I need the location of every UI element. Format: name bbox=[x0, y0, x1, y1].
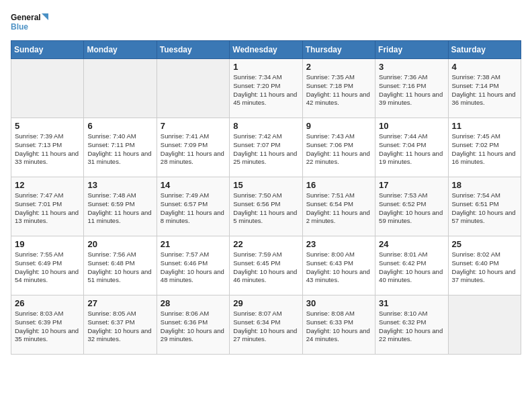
cell-daylight: Daylight: 11 hours and 19 minutes. bbox=[379, 150, 444, 167]
cell-daylight: Daylight: 10 hours and 51 minutes. bbox=[87, 268, 152, 285]
calendar-cell: 16Sunrise: 7:51 AMSunset: 6:54 PMDayligh… bbox=[302, 177, 375, 236]
cell-sunrise: Sunrise: 7:51 AM bbox=[306, 191, 371, 200]
cell-sunset: Sunset: 6:40 PM bbox=[452, 259, 517, 268]
calendar-cell: 9Sunrise: 7:43 AMSunset: 7:06 PMDaylight… bbox=[302, 118, 375, 177]
cell-sunset: Sunset: 6:56 PM bbox=[233, 200, 298, 209]
cell-daylight: Daylight: 10 hours and 54 minutes. bbox=[15, 268, 80, 285]
cell-sunset: Sunset: 6:46 PM bbox=[161, 259, 226, 268]
day-number: 18 bbox=[452, 180, 517, 190]
cell-daylight: Daylight: 10 hours and 48 minutes. bbox=[161, 268, 226, 285]
col-header-friday: Friday bbox=[375, 41, 448, 59]
day-number: 29 bbox=[233, 298, 298, 308]
page-header: General Blue bbox=[11, 11, 521, 35]
cell-sunset: Sunset: 7:14 PM bbox=[452, 82, 517, 91]
cell-daylight: Daylight: 10 hours and 43 minutes. bbox=[306, 268, 371, 285]
col-header-thursday: Thursday bbox=[302, 41, 375, 59]
cell-sunset: Sunset: 7:01 PM bbox=[15, 200, 80, 209]
svg-text:General: General bbox=[11, 13, 41, 22]
cell-daylight: Daylight: 11 hours and 2 minutes. bbox=[306, 209, 371, 226]
calendar-cell: 12Sunrise: 7:47 AMSunset: 7:01 PMDayligh… bbox=[11, 177, 84, 236]
col-header-tuesday: Tuesday bbox=[157, 41, 229, 59]
cell-sunset: Sunset: 6:37 PM bbox=[87, 318, 152, 327]
day-number: 22 bbox=[233, 239, 298, 249]
calendar-cell: 23Sunrise: 8:00 AMSunset: 6:43 PMDayligh… bbox=[302, 236, 375, 295]
cell-sunset: Sunset: 6:45 PM bbox=[233, 259, 298, 268]
cell-daylight: Daylight: 10 hours and 57 minutes. bbox=[452, 209, 517, 226]
day-number: 16 bbox=[306, 180, 371, 190]
cell-sunrise: Sunrise: 8:10 AM bbox=[379, 310, 444, 318]
day-number: 15 bbox=[233, 180, 298, 190]
cell-daylight: Daylight: 10 hours and 27 minutes. bbox=[233, 327, 298, 345]
day-number: 13 bbox=[87, 180, 152, 190]
calendar-cell: 17Sunrise: 7:53 AMSunset: 6:52 PMDayligh… bbox=[375, 177, 448, 236]
calendar-cell: 24Sunrise: 8:01 AMSunset: 6:42 PMDayligh… bbox=[375, 236, 448, 295]
day-number: 14 bbox=[161, 180, 226, 190]
cell-sunrise: Sunrise: 8:05 AM bbox=[87, 310, 152, 318]
calendar-cell: 22Sunrise: 7:59 AMSunset: 6:45 PMDayligh… bbox=[230, 236, 302, 295]
cell-daylight: Daylight: 10 hours and 59 minutes. bbox=[379, 209, 444, 226]
cell-sunrise: Sunrise: 8:06 AM bbox=[161, 310, 226, 318]
svg-text:Blue: Blue bbox=[11, 22, 28, 32]
cell-sunset: Sunset: 6:39 PM bbox=[15, 318, 80, 327]
cell-sunrise: Sunrise: 7:44 AM bbox=[379, 132, 444, 141]
cell-daylight: Daylight: 11 hours and 22 minutes. bbox=[306, 150, 371, 167]
calendar-cell: 25Sunrise: 8:02 AMSunset: 6:40 PMDayligh… bbox=[448, 236, 521, 295]
cell-sunrise: Sunrise: 7:57 AM bbox=[161, 250, 226, 259]
cell-sunrise: Sunrise: 7:36 AM bbox=[379, 73, 444, 82]
cell-sunrise: Sunrise: 7:42 AM bbox=[233, 132, 298, 141]
calendar-cell: 19Sunrise: 7:55 AMSunset: 6:49 PMDayligh… bbox=[11, 236, 84, 295]
calendar-cell: 2Sunrise: 7:35 AMSunset: 7:18 PMDaylight… bbox=[302, 59, 375, 118]
cell-daylight: Daylight: 10 hours and 24 minutes. bbox=[306, 327, 371, 345]
day-number: 19 bbox=[15, 239, 80, 249]
cell-sunrise: Sunrise: 7:54 AM bbox=[452, 191, 517, 200]
calendar-cell: 27Sunrise: 8:05 AMSunset: 6:37 PMDayligh… bbox=[84, 295, 157, 355]
week-row-3: 19Sunrise: 7:55 AMSunset: 6:49 PMDayligh… bbox=[11, 236, 521, 295]
day-number: 8 bbox=[233, 121, 298, 131]
cell-sunrise: Sunrise: 7:59 AM bbox=[233, 250, 298, 259]
cell-sunrise: Sunrise: 7:35 AM bbox=[306, 73, 371, 82]
svg-marker-2 bbox=[42, 13, 48, 20]
cell-daylight: Daylight: 11 hours and 39 minutes. bbox=[379, 91, 444, 108]
cell-sunrise: Sunrise: 7:49 AM bbox=[161, 191, 226, 200]
cell-sunrise: Sunrise: 7:38 AM bbox=[452, 73, 517, 82]
cell-sunrise: Sunrise: 8:02 AM bbox=[452, 250, 517, 259]
calendar-cell bbox=[84, 59, 157, 118]
cell-daylight: Daylight: 10 hours and 32 minutes. bbox=[87, 327, 152, 345]
cell-daylight: Daylight: 11 hours and 33 minutes. bbox=[15, 150, 80, 167]
calendar-cell: 31Sunrise: 8:10 AMSunset: 6:32 PMDayligh… bbox=[375, 295, 448, 355]
cell-daylight: Daylight: 10 hours and 22 minutes. bbox=[379, 327, 444, 345]
cell-sunrise: Sunrise: 7:53 AM bbox=[379, 191, 444, 200]
cell-sunset: Sunset: 7:20 PM bbox=[233, 82, 298, 91]
calendar-cell bbox=[11, 59, 84, 118]
col-header-saturday: Saturday bbox=[448, 41, 521, 59]
calendar-cell: 3Sunrise: 7:36 AMSunset: 7:16 PMDaylight… bbox=[375, 59, 448, 118]
calendar-cell: 8Sunrise: 7:42 AMSunset: 7:07 PMDaylight… bbox=[230, 118, 302, 177]
cell-daylight: Daylight: 11 hours and 28 minutes. bbox=[161, 150, 226, 167]
calendar-cell: 20Sunrise: 7:56 AMSunset: 6:48 PMDayligh… bbox=[84, 236, 157, 295]
day-number: 6 bbox=[87, 121, 152, 131]
cell-sunrise: Sunrise: 8:00 AM bbox=[306, 250, 371, 259]
day-number: 4 bbox=[452, 62, 517, 72]
cell-sunset: Sunset: 6:34 PM bbox=[233, 318, 298, 327]
day-number: 5 bbox=[15, 121, 80, 131]
cell-daylight: Daylight: 11 hours and 13 minutes. bbox=[15, 209, 80, 226]
cell-daylight: Daylight: 11 hours and 45 minutes. bbox=[233, 91, 298, 108]
cell-daylight: Daylight: 11 hours and 8 minutes. bbox=[161, 209, 226, 226]
calendar-cell: 1Sunrise: 7:34 AMSunset: 7:20 PMDaylight… bbox=[230, 59, 302, 118]
cell-sunset: Sunset: 6:32 PM bbox=[379, 318, 444, 327]
cell-sunrise: Sunrise: 7:39 AM bbox=[15, 132, 80, 141]
cell-daylight: Daylight: 10 hours and 40 minutes. bbox=[379, 268, 444, 285]
calendar-cell: 29Sunrise: 8:07 AMSunset: 6:34 PMDayligh… bbox=[230, 295, 302, 355]
calendar-cell: 4Sunrise: 7:38 AMSunset: 7:14 PMDaylight… bbox=[448, 59, 521, 118]
cell-sunrise: Sunrise: 7:40 AM bbox=[87, 132, 152, 141]
day-number: 11 bbox=[452, 121, 517, 131]
calendar-cell bbox=[448, 295, 521, 355]
day-number: 27 bbox=[87, 298, 152, 308]
calendar-table: SundayMondayTuesdayWednesdayThursdayFrid… bbox=[11, 40, 521, 355]
week-row-4: 26Sunrise: 8:03 AMSunset: 6:39 PMDayligh… bbox=[11, 295, 521, 355]
cell-sunrise: Sunrise: 7:56 AM bbox=[87, 250, 152, 259]
cell-sunset: Sunset: 7:04 PM bbox=[379, 141, 444, 150]
day-number: 3 bbox=[379, 62, 444, 72]
day-number: 2 bbox=[306, 62, 371, 72]
cell-sunset: Sunset: 7:18 PM bbox=[306, 82, 371, 91]
